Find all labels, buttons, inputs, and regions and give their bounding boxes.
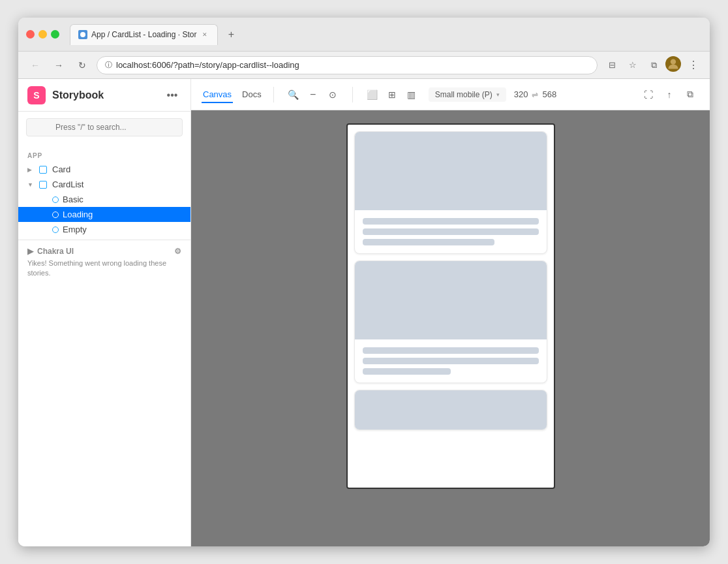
chakra-error-message: Yikes! Something went wrong loading thes… xyxy=(27,258,181,279)
sidebar-item-empty[interactable]: Empty xyxy=(18,222,190,237)
forward-button[interactable]: → xyxy=(50,56,68,74)
bookmark-button[interactable]: ☆ xyxy=(624,56,642,74)
skeleton-line xyxy=(363,347,539,354)
docs-tab[interactable]: Docs xyxy=(241,87,263,103)
chakra-gear-icon[interactable]: ⚙ xyxy=(174,247,181,256)
viewport-label: Small mobile (P) xyxy=(435,90,493,99)
skeleton-line xyxy=(363,358,539,364)
storybook-logo: S xyxy=(27,86,46,104)
user-avatar[interactable] xyxy=(665,56,681,72)
chakra-ui-section: ▶ Chakra UI ⚙ Yikes! Something went wron… xyxy=(18,240,190,285)
storybook-title: Storybook xyxy=(52,89,104,101)
component-icon xyxy=(39,166,47,174)
dimension-display: 320 ⇌ 568 xyxy=(514,89,556,99)
app-layout: S Storybook ••• 🔍 APP ▶ xyxy=(18,79,710,546)
browser-more-button[interactable]: ⋮ xyxy=(684,56,702,74)
skeleton-content-1 xyxy=(355,210,547,253)
card-list-skeleton xyxy=(348,125,554,437)
storybook-toolbar: Canvas Docs 🔍 − ⊙ ⬜ xyxy=(191,79,710,110)
new-window-button[interactable]: ⧉ xyxy=(681,86,699,104)
sidebar-item-cardlist[interactable]: ▼ CardList xyxy=(18,177,190,192)
skeleton-line xyxy=(363,228,539,235)
expand-icon: ▶ xyxy=(27,166,35,173)
width-value: 320 xyxy=(514,89,528,99)
sidebar-content: APP ▶ Card ▼ CardList Basic xyxy=(18,143,190,546)
loading-label: Loading xyxy=(63,210,93,219)
tab-title: App / CardList - Loading · Stor xyxy=(91,30,196,39)
translate-button[interactable]: ⊟ xyxy=(603,56,621,74)
security-icon: ⓘ xyxy=(105,60,112,70)
sidebar-item-loading[interactable]: Loading xyxy=(18,207,190,222)
component-icon xyxy=(39,181,47,189)
toolbar-divider-1 xyxy=(273,87,274,102)
new-window-icon: ⧉ xyxy=(687,89,693,100)
zoom-reset-button[interactable]: ⊙ xyxy=(324,86,342,104)
story-icon-active xyxy=(52,212,59,218)
cardlist-label: CardList xyxy=(52,180,83,189)
address-bar: ← → ↻ ⓘ localhost:6006/?path=/story/app-… xyxy=(18,52,710,79)
card-label: Card xyxy=(52,164,70,174)
skeleton-card-2 xyxy=(354,260,547,383)
zoom-out-button[interactable]: − xyxy=(304,86,322,104)
skeleton-line xyxy=(363,239,495,245)
sidebar-more-button[interactable]: ••• xyxy=(163,86,181,104)
zoom-controls: 🔍 − ⊙ xyxy=(284,86,342,104)
reload-button[interactable]: ↻ xyxy=(73,56,91,74)
canvas-tab[interactable]: Canvas xyxy=(202,87,233,103)
single-view-button[interactable]: ⬜ xyxy=(363,86,382,104)
minimize-traffic-light[interactable] xyxy=(38,30,47,39)
new-tab-button[interactable]: + xyxy=(223,27,239,42)
zoom-in-icon: 🔍 xyxy=(288,89,299,100)
canvas-area xyxy=(191,110,710,546)
skeleton-content-2 xyxy=(355,339,547,383)
sidebar-item-basic[interactable]: Basic xyxy=(18,192,190,207)
chakra-header[interactable]: ▶ Chakra UI ⚙ xyxy=(27,247,181,256)
toolbar-right-actions: ⛶ ↑ ⧉ xyxy=(639,86,699,104)
side-view-icon: ▥ xyxy=(407,89,416,100)
viewport-selector[interactable]: Small mobile (P) ▾ xyxy=(429,87,506,102)
side-view-button[interactable]: ▥ xyxy=(402,86,421,104)
single-view-icon: ⬜ xyxy=(367,89,378,100)
svg-point-1 xyxy=(671,59,676,64)
skeleton-card-1 xyxy=(354,131,547,254)
url-bar[interactable]: ⓘ localhost:6006/?path=/story/app-cardli… xyxy=(97,56,598,74)
story-icon xyxy=(52,196,59,203)
url-text: localhost:6006/?path=/story/app-cardlist… xyxy=(116,60,299,70)
skeleton-image-3 xyxy=(355,390,547,430)
tab-favicon xyxy=(78,30,87,39)
skeleton-line xyxy=(363,218,539,225)
browser-window: App / CardList - Loading · Stor ✕ + ← → … xyxy=(18,18,710,546)
chakra-collapse-icon: ▶ xyxy=(27,247,33,256)
grid-view-button[interactable]: ⊞ xyxy=(383,86,401,104)
fullscreen-button[interactable]: ⛶ xyxy=(639,86,658,104)
swap-dimensions-icon[interactable]: ⇌ xyxy=(532,90,538,99)
maximize-traffic-light[interactable] xyxy=(51,30,59,39)
chakra-title: Chakra UI xyxy=(37,247,74,256)
traffic-lights xyxy=(26,30,59,39)
skeleton-line xyxy=(363,368,451,375)
main-content: Canvas Docs 🔍 − ⊙ ⬜ xyxy=(191,79,710,546)
basic-label: Basic xyxy=(63,195,83,204)
toolbar-divider-2 xyxy=(352,87,353,102)
search-input-field[interactable] xyxy=(26,118,183,136)
app-section-label: APP xyxy=(18,148,190,162)
view-controls: ⬜ ⊞ ▥ xyxy=(363,86,421,104)
extensions-button[interactable]: ⧉ xyxy=(645,56,663,74)
zoom-out-icon: − xyxy=(310,89,316,101)
title-bar: App / CardList - Loading · Stor ✕ + xyxy=(18,18,710,52)
close-traffic-light[interactable] xyxy=(26,30,35,39)
search-area: 🔍 xyxy=(18,112,190,143)
sidebar-item-card[interactable]: ▶ Card xyxy=(18,162,190,177)
height-value: 568 xyxy=(542,89,556,99)
search-text-input[interactable] xyxy=(45,123,175,132)
sidebar-header: S Storybook ••• xyxy=(18,79,190,112)
skeleton-card-3 xyxy=(354,390,547,430)
zoom-in-button[interactable]: 🔍 xyxy=(284,86,303,104)
back-button[interactable]: ← xyxy=(26,56,44,74)
share-icon: ↑ xyxy=(667,89,672,100)
chevron-down-icon: ▾ xyxy=(496,91,500,98)
browser-tab[interactable]: App / CardList - Loading · Stor ✕ xyxy=(70,24,218,45)
tab-close-button[interactable]: ✕ xyxy=(200,30,209,39)
empty-label: Empty xyxy=(63,225,87,234)
share-button[interactable]: ↑ xyxy=(660,86,678,104)
